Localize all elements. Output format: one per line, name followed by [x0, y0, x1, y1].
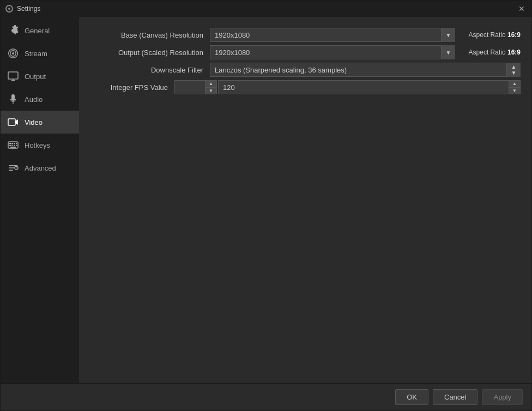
video-icon: [7, 116, 19, 128]
fps-label-container: Integer FPS Value ▲ ▼: [90, 80, 521, 94]
fps-row: Integer FPS Value ▲ ▼: [90, 80, 521, 94]
sidebar-label-advanced: Advanced: [25, 164, 56, 172]
fps-value-spinbtns: ▲ ▼: [509, 80, 521, 94]
fps-value-up-button[interactable]: ▲: [509, 81, 520, 87]
settings-window: Settings ✕ General: [0, 0, 532, 411]
svg-rect-2: [8, 72, 18, 79]
hotkeys-icon: [7, 139, 19, 151]
cancel-button[interactable]: Cancel: [433, 389, 477, 405]
sidebar-item-advanced[interactable]: Advanced: [1, 156, 79, 179]
apply-button[interactable]: Apply: [482, 389, 523, 405]
main-content: Base (Canvas) Resolution 1920x1080 ▼ Asp…: [79, 17, 531, 383]
sidebar-label-stream: Stream: [25, 50, 47, 58]
output-resolution-group: 1920x1080 ▼ Aspect Ratio 16:9: [210, 45, 521, 59]
fps-value-input[interactable]: [218, 80, 509, 94]
sidebar: General Stream: [1, 17, 79, 383]
base-resolution-group: 1920x1080 ▼ Aspect Ratio 16:9: [210, 28, 521, 42]
svg-rect-3: [8, 119, 15, 125]
downscale-filter-row: Downscale Filter Lanczos (Sharpened scal…: [90, 63, 521, 77]
svg-rect-12: [16, 145, 17, 146]
close-button[interactable]: ✕: [516, 3, 527, 14]
base-resolution-dropdown-container: 1920x1080 ▼: [210, 28, 455, 42]
sidebar-item-hotkeys[interactable]: Hotkeys: [1, 134, 79, 156]
bottom-bar: OK Cancel Apply: [1, 383, 531, 410]
sidebar-item-output[interactable]: Output: [1, 65, 79, 88]
sidebar-label-video: Video: [25, 118, 43, 126]
stream-icon: [7, 47, 19, 59]
svg-rect-13: [10, 147, 16, 148]
base-resolution-select[interactable]: 1920x1080: [210, 28, 455, 42]
window-title: Settings: [17, 5, 40, 13]
fps-type-up-button[interactable]: ▲: [205, 81, 216, 87]
svg-rect-6: [11, 143, 13, 144]
fps-label: Integer FPS Value: [90, 83, 174, 92]
sidebar-item-audio[interactable]: Audio: [1, 88, 79, 111]
fps-type-stepper: ▲ ▼: [174, 80, 218, 94]
svg-rect-8: [16, 143, 17, 144]
audio-icon: [7, 93, 19, 105]
fps-value-down-button[interactable]: ▼: [509, 87, 520, 94]
gear-icon: [7, 25, 19, 37]
svg-rect-7: [14, 143, 15, 144]
output-resolution-row: Output (Scaled) Resolution 1920x1080 ▼ A…: [90, 45, 521, 59]
sidebar-label-hotkeys: Hotkeys: [25, 141, 50, 149]
svg-point-1: [12, 52, 14, 55]
output-icon: [7, 70, 19, 82]
sidebar-label-general: General: [25, 27, 50, 35]
video-settings-form: Base (Canvas) Resolution 1920x1080 ▼ Asp…: [90, 28, 521, 98]
fps-type-spinbtns: ▲ ▼: [205, 80, 217, 94]
svg-point-0: [8, 8, 10, 10]
sidebar-label-output: Output: [25, 72, 46, 81]
fps-type-down-button[interactable]: ▼: [205, 87, 216, 94]
downscale-filter-select-container: Lanczos (Sharpened scaling, 36 samples) …: [210, 63, 521, 77]
downscale-filter-select[interactable]: Lanczos (Sharpened scaling, 36 samples): [210, 63, 521, 77]
app-icon: [5, 4, 14, 13]
title-bar-left: Settings: [5, 4, 40, 13]
svg-rect-9: [9, 145, 11, 146]
ok-button[interactable]: OK: [395, 389, 428, 405]
output-resolution-label: Output (Scaled) Resolution: [90, 49, 210, 57]
output-resolution-dropdown-container: 1920x1080 ▼: [210, 45, 455, 59]
title-bar: Settings ✕: [1, 1, 531, 17]
output-resolution-select[interactable]: 1920x1080: [210, 45, 455, 59]
output-aspect-ratio-label: Aspect Ratio 16:9: [455, 49, 521, 56]
base-aspect-ratio-label: Aspect Ratio 16:9: [455, 31, 521, 39]
base-resolution-row: Base (Canvas) Resolution 1920x1080 ▼ Asp…: [90, 28, 521, 42]
fps-type-value: [174, 80, 205, 94]
svg-rect-10: [11, 145, 13, 146]
base-resolution-label: Base (Canvas) Resolution: [90, 31, 210, 39]
advanced-icon: [7, 162, 19, 174]
downscale-filter-label: Downscale Filter: [90, 66, 210, 74]
fps-value-container: ▲ ▼: [218, 80, 521, 94]
sidebar-item-video[interactable]: Video: [1, 111, 79, 134]
content-area: General Stream: [1, 17, 531, 383]
sidebar-label-audio: Audio: [25, 95, 43, 104]
downscale-filter-group: Lanczos (Sharpened scaling, 36 samples) …: [210, 63, 521, 77]
svg-rect-5: [9, 143, 11, 144]
sidebar-item-general[interactable]: General: [1, 19, 79, 42]
svg-rect-11: [14, 145, 15, 146]
sidebar-item-stream[interactable]: Stream: [1, 42, 79, 65]
